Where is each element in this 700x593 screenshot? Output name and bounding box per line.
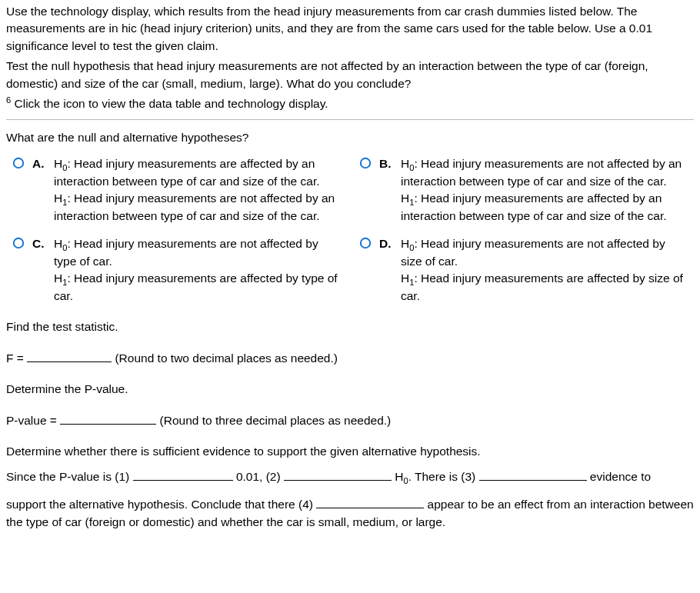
svg-point-3 <box>361 238 370 248</box>
f-input[interactable] <box>27 348 112 362</box>
blank-1[interactable] <box>133 468 233 481</box>
intro-paragraph-3: 6 Click the icon to view the data table … <box>6 95 694 112</box>
f-line: F = (Round to two decimal places as need… <box>6 348 694 367</box>
choice-d-letter: D. <box>379 235 395 252</box>
concl-s1c: H0. There is (3) <box>395 470 475 483</box>
blank-4[interactable] <box>316 497 424 509</box>
choice-a-letter: A. <box>32 155 48 172</box>
f-label: F = <box>6 351 24 365</box>
radio-b-icon[interactable] <box>359 157 372 169</box>
intro-p3-text: Click the icon to view the data table an… <box>11 97 328 110</box>
pvalue-label: P-value = <box>6 414 57 427</box>
radio-d-icon[interactable] <box>359 237 372 249</box>
divider <box>6 119 694 120</box>
find-test-stat-title: Find the test statistic. <box>6 318 694 335</box>
pvalue-title: Determine the P-value. <box>6 381 694 398</box>
choice-b-body: H0: Head injury measurements are not aff… <box>401 155 688 225</box>
svg-point-1 <box>361 158 370 168</box>
pvalue-input[interactable] <box>60 410 156 425</box>
choice-b[interactable]: B. H0: Head injury measurements are not … <box>359 155 688 225</box>
concl-s1b: 0.01, (2) <box>236 470 281 483</box>
choice-a-body: H0: Head injury measurements are affecte… <box>54 155 341 225</box>
svg-point-2 <box>14 238 23 248</box>
conclusion-body: Since the P-value is (1) 0.01, (2) H0. T… <box>6 468 694 531</box>
choice-c-body: H0: Head injury measurements are not aff… <box>54 235 341 305</box>
pvalue-hint: (Round to three decimal places as needed… <box>160 414 392 427</box>
blank-3[interactable] <box>479 468 587 481</box>
blank-2[interactable] <box>284 468 392 481</box>
question-hypotheses: What are the null and alternative hypoth… <box>6 129 694 146</box>
choice-c[interactable]: C. H0: Head injury measurements are not … <box>12 235 341 305</box>
choice-b-letter: B. <box>379 155 395 172</box>
choice-d-body: H0: Head injury measurements are not aff… <box>401 235 688 305</box>
conclusion-title: Determine whether there is sufficient ev… <box>6 443 694 460</box>
intro-paragraph-2: Test the null hypothesis that head injur… <box>6 58 694 92</box>
f-hint: (Round to two decimal places as needed.) <box>115 351 338 365</box>
choice-grid: A. H0: Head injury measurements are affe… <box>6 155 694 305</box>
choice-d[interactable]: D. H0: Head injury measurements are not … <box>359 235 688 305</box>
svg-point-0 <box>14 158 23 168</box>
concl-s1d: evidence to <box>590 470 651 483</box>
intro-paragraph-1: Use the technology display, which result… <box>6 3 694 55</box>
concl-s1a: Since the P-value is (1) <box>6 470 129 483</box>
pvalue-line: P-value = (Round to three decimal places… <box>6 410 694 429</box>
radio-a-icon[interactable] <box>12 157 25 169</box>
choice-c-letter: C. <box>32 235 48 252</box>
radio-c-icon[interactable] <box>12 237 25 249</box>
concl-s2a: support the alternative hypothesis. Conc… <box>6 498 313 511</box>
choice-a[interactable]: A. H0: Head injury measurements are affe… <box>12 155 341 225</box>
